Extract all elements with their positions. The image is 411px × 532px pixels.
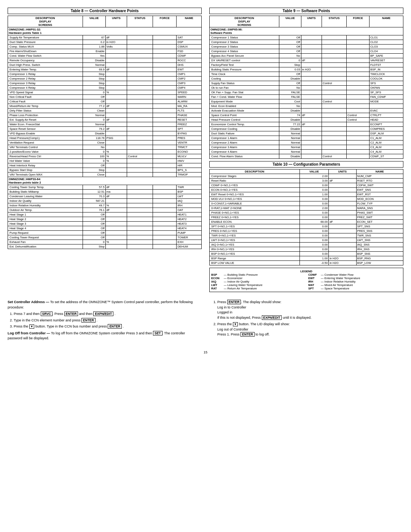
legend-item: SPT— Space Temperature bbox=[308, 287, 401, 290]
table-row: Compressor 4 Alarm Normal C4_ALM bbox=[210, 150, 403, 154]
force-cell bbox=[153, 109, 177, 113]
units-cell: Volts bbox=[105, 45, 127, 49]
table-row: Activate Evacuation Mode Disable EVAC bbox=[210, 109, 403, 113]
table-row: Water Econ. FreezeStat Normal FREEZ bbox=[8, 122, 202, 127]
value-cell: Off bbox=[83, 95, 105, 99]
units-cell bbox=[105, 199, 127, 203]
name-cell: CSMUX bbox=[177, 45, 202, 49]
name-cell: MODE bbox=[370, 99, 403, 104]
desc-cell: Fire Alarm/ShutDown bbox=[8, 49, 83, 54]
name-cell: SF_SFS bbox=[370, 90, 403, 95]
name-cell: PHASE bbox=[177, 113, 202, 118]
desc-cell: MOD.VLV 0=NO,1=YES bbox=[210, 197, 300, 201]
status-cell bbox=[322, 40, 347, 45]
status-cell bbox=[127, 95, 153, 99]
table-row: Compressor 3 Relay Stop CMP3 bbox=[8, 81, 202, 86]
table-row: Ventilation Request Close VENTR bbox=[8, 141, 202, 145]
name-cell: C4_ALM bbox=[370, 150, 403, 154]
units-cell bbox=[105, 99, 127, 104]
status-cell bbox=[127, 67, 153, 72]
value-cell: Disable bbox=[279, 109, 301, 113]
table8-sec2-header: OMNIZONE::HWP33-64:Hardware points table… bbox=[8, 177, 202, 185]
value-cell: 0.00 bbox=[299, 201, 328, 206]
units-cell bbox=[105, 141, 127, 145]
desc-cell: Heat Stage 1 bbox=[8, 212, 83, 217]
value-cell: No bbox=[279, 86, 301, 90]
units-cell bbox=[105, 122, 127, 127]
force-cell bbox=[347, 136, 370, 141]
value-cell: Off bbox=[83, 226, 105, 231]
units-cell: dF bbox=[105, 185, 127, 190]
name-cell: IAQ_SNS bbox=[356, 243, 403, 247]
status-cell bbox=[322, 67, 347, 72]
units-cell bbox=[301, 81, 322, 86]
value-cell: Off bbox=[279, 81, 301, 86]
name-cell: ROCC bbox=[177, 58, 202, 63]
table8-section: Table 8 — Controller Hardware Points DES… bbox=[8, 8, 202, 249]
units-cell bbox=[329, 215, 356, 220]
force-cell bbox=[153, 208, 177, 212]
table-row: OK Fan + Supp. Fan Stat FALSE SF_SFS bbox=[210, 90, 403, 95]
value-cell: Off bbox=[279, 45, 301, 49]
force-cell bbox=[153, 131, 177, 136]
force-cell bbox=[153, 122, 177, 127]
force-cell bbox=[153, 86, 177, 90]
status-cell bbox=[322, 141, 347, 145]
units-cell bbox=[329, 201, 356, 206]
desc-cell: Cooling Tower Sump Temp. bbox=[8, 185, 83, 190]
units-cell bbox=[329, 174, 356, 179]
legend-title: LEGEND bbox=[211, 270, 401, 273]
desc-cell: Heat Stage 3 bbox=[8, 222, 83, 226]
status-cell bbox=[127, 49, 153, 54]
legend-desc: — Leaving Water Temperature bbox=[224, 283, 263, 287]
value-cell: Disable bbox=[83, 58, 105, 63]
units-cell bbox=[301, 118, 322, 122]
desc-cell: Compressor 4 Status bbox=[210, 49, 279, 54]
desc-cell: Ok to run Fan bbox=[210, 86, 279, 90]
name-cell: HEAT3 bbox=[177, 222, 202, 226]
force-cell bbox=[153, 173, 177, 177]
table-row: Space Reset Sensor 79.2 dF SPT bbox=[8, 127, 202, 131]
table-row: VFD Bypass Enable Disable BYPAS bbox=[8, 131, 202, 136]
force-cell bbox=[153, 154, 177, 159]
units-cell bbox=[105, 54, 127, 58]
desc-cell: Mixed/Return Air Temp bbox=[8, 104, 83, 109]
value-cell: No bbox=[279, 104, 301, 109]
table-row: Indoor Air Quality 587.21 IAQ bbox=[8, 199, 202, 203]
name-cell: BSP_LOW bbox=[356, 261, 403, 265]
legend-item: BSP— Building Static Pressure bbox=[211, 273, 304, 276]
units-cell: % bbox=[105, 150, 127, 154]
units-cell: % bbox=[105, 203, 127, 208]
desc-cell: 0=RAT,1=MAT 2=NONE bbox=[210, 206, 300, 211]
status-cell bbox=[127, 203, 153, 208]
status-cell bbox=[127, 190, 153, 194]
desc-cell: VFD Bypass Enable bbox=[8, 131, 83, 136]
table-row: Pump Request Off PUMP bbox=[8, 231, 202, 235]
desc-cell: Supply Air Temperature bbox=[8, 35, 83, 40]
desc-cell: Critical Fault bbox=[8, 99, 83, 104]
name-cell: RESET bbox=[177, 118, 202, 122]
force-cell bbox=[153, 72, 177, 77]
name-cell: OAT bbox=[177, 208, 202, 212]
bottom-left: Set Controller Address — To set the addr… bbox=[8, 300, 200, 343]
table-row: Dirty Filter Status Clean FLTS bbox=[8, 109, 202, 113]
force-cell bbox=[347, 90, 370, 95]
page-number: 15 bbox=[8, 350, 403, 354]
table8: DESCRIPTIONDISPLAYSCREENS VALUE UNITS ST… bbox=[8, 16, 202, 249]
status-cell bbox=[127, 40, 153, 45]
name-cell: DHS bbox=[177, 63, 202, 67]
force-cell bbox=[153, 203, 177, 208]
desc-cell: Duct Static Failure bbox=[210, 131, 279, 136]
log-off-heading: Log Off from Controller — bbox=[8, 331, 51, 335]
value-cell: Disable bbox=[279, 154, 301, 159]
force-cell bbox=[153, 168, 177, 173]
status-cell bbox=[322, 49, 347, 54]
value-cell: 2.00 bbox=[299, 174, 328, 179]
table-row: Reverse/Head Press Ctrl 100 % Control ML… bbox=[8, 154, 202, 159]
units-cell bbox=[301, 54, 322, 58]
table-row: Equipment Mode Cool Control MODE bbox=[210, 99, 403, 104]
units-cell bbox=[105, 95, 127, 99]
desc-cell: VFD Speed Signal bbox=[8, 90, 83, 95]
force-cell bbox=[153, 190, 177, 194]
value-cell: 0.00 bbox=[299, 243, 328, 247]
